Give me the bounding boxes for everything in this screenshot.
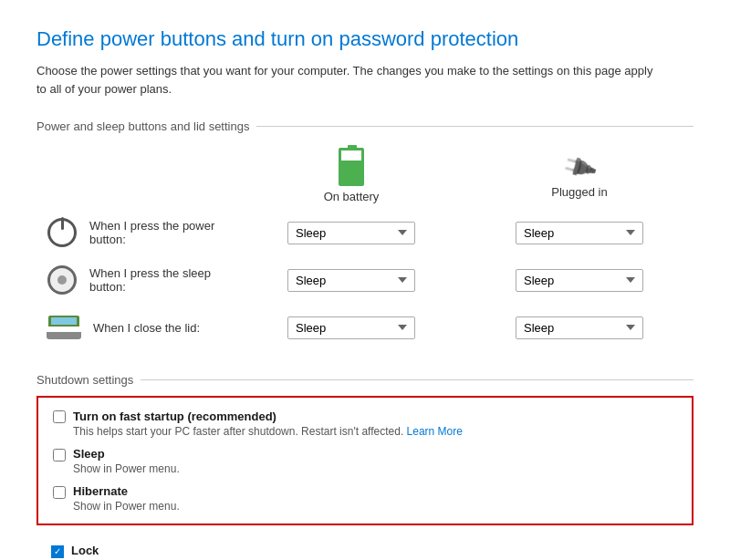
shutdown-settings-box: Turn on fast startup (recommended) This …: [36, 396, 694, 525]
power-icon-shape: [47, 218, 77, 247]
sleep-title: Sleep: [73, 447, 180, 461]
battery-fill: [341, 161, 361, 183]
col-header-plugged-in: 🔌 Plugged in: [465, 142, 694, 209]
sleep-button-on-battery-select[interactable]: Sleep: [287, 269, 415, 292]
battery-icon: [339, 148, 364, 186]
hibernate-row: Hibernate Show in Power menu.: [53, 484, 677, 513]
plug-icon: 🔌: [559, 148, 599, 187]
sleep-row: Sleep Show in Power menu.: [53, 447, 677, 475]
lid-on-battery-select[interactable]: Sleep: [287, 316, 415, 339]
hibernate-title: Hibernate: [73, 484, 180, 498]
plugged-in-label: Plugged in: [551, 185, 607, 199]
lid-plugged-in-select[interactable]: Sleep: [516, 316, 643, 339]
lid-screen: [51, 317, 77, 325]
fast-startup-content: Turn on fast startup (recommended) This …: [73, 409, 463, 438]
page-title: Define power buttons and turn on passwor…: [36, 27, 694, 51]
lock-checkbox[interactable]: [51, 545, 64, 558]
fast-startup-title: Turn on fast startup (recommended): [73, 410, 276, 423]
power-button-icon: [47, 216, 77, 249]
col-header-label: [36, 142, 237, 209]
lid-label: When I close the lid:: [93, 321, 200, 335]
fast-startup-checkbox[interactable]: [53, 410, 66, 423]
power-settings-table: On battery 🔌 Plugged in When I press the…: [36, 142, 694, 351]
sleep-button-plugged-in-select[interactable]: Sleep: [516, 269, 643, 292]
sleep-button-label: When I press the sleep button:: [89, 266, 226, 294]
section1-label: Power and sleep buttons and lid settings: [36, 119, 694, 133]
table-row: When I press the sleep button: Sleep Sle…: [36, 256, 694, 304]
power-button-label: When I press the power button:: [89, 219, 226, 246]
table-row: When I press the power button: Sleep Sle…: [36, 209, 694, 256]
hibernate-checkbox[interactable]: [53, 486, 66, 499]
sleep-checkbox[interactable]: [53, 449, 66, 461]
fast-startup-row: Turn on fast startup (recommended) This …: [53, 409, 677, 438]
table-row: When I close the lid: Sleep Sleep: [36, 304, 694, 351]
hibernate-desc: Show in Power menu.: [73, 500, 180, 513]
lock-title: Lock: [71, 544, 221, 557]
fast-startup-desc: This helps start your PC faster after sh…: [73, 425, 463, 438]
power-button-on-battery-select[interactable]: Sleep: [287, 222, 415, 244]
sleep-icon-shape: [47, 265, 77, 295]
lid-icon-shape: [48, 316, 79, 339]
page-description: Choose the power settings that you want …: [36, 62, 657, 98]
lid-icon: [47, 311, 80, 344]
lock-content: Lock Show in account picture menu.: [71, 544, 221, 560]
sleep-content: Sleep Show in Power menu.: [73, 447, 180, 475]
power-button-plugged-in-select[interactable]: Sleep: [516, 222, 643, 244]
hibernate-content: Hibernate Show in Power menu.: [73, 484, 180, 513]
lid-bottom: [47, 332, 81, 339]
sleep-button-icon: [47, 264, 77, 296]
section2-label: Shutdown settings: [36, 373, 694, 387]
on-battery-label: On battery: [324, 190, 380, 203]
col-header-on-battery: On battery: [237, 142, 465, 209]
lock-row: Lock Show in account picture menu.: [36, 534, 694, 560]
learn-more-link[interactable]: Learn More: [407, 425, 463, 438]
sleep-desc: Show in Power menu.: [73, 462, 180, 475]
